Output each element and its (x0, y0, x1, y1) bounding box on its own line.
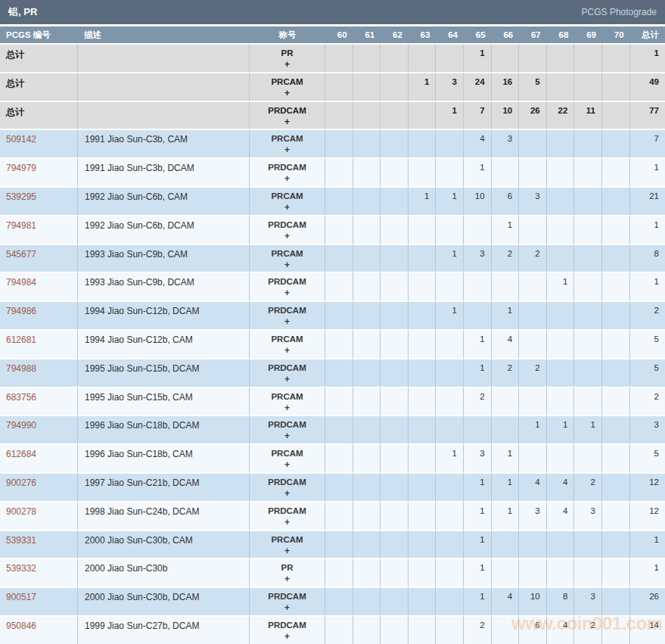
grade-count-cell: 1 (547, 272, 575, 300)
grade-count-cell (381, 472, 409, 501)
grade-count-cell (436, 415, 464, 443)
pcgs-number-link[interactable]: 539295 (6, 191, 36, 202)
pcgs-number-link[interactable]: 900278 (6, 506, 36, 517)
grade-count-cell: 1 (436, 101, 464, 129)
table-row: 7949791991 Jiao Sun-C3b, DCAMPRDCAM+11 (0, 157, 665, 186)
pcgs-number-link[interactable]: 545677 (6, 249, 36, 260)
grade-count-cell: 1 (547, 415, 575, 443)
grade-count-cell (602, 501, 630, 530)
grade-count-cell (409, 43, 437, 72)
pcgs-number-link[interactable]: 612681 (6, 334, 36, 345)
designation-cell: PRDCAM+ (250, 501, 325, 530)
table-row: 5091421991 Jiao Sun-C3b, CAMPRCAM+437 (0, 129, 665, 157)
pcgs-number-link[interactable]: 683756 (6, 392, 36, 403)
grade-count-cell (547, 558, 575, 586)
column-header-grade-70: 70 (602, 26, 630, 43)
row-total-cell: 5 (630, 358, 665, 387)
grade-count-cell: 4 (492, 586, 520, 615)
grade-count-cell (381, 415, 409, 443)
grade-count-cell (602, 101, 630, 129)
grade-count-cell (353, 244, 381, 272)
designation-label: PR (250, 563, 325, 572)
plus-designation-label: + (250, 260, 325, 270)
grade-count-cell (436, 129, 464, 157)
grade-count-cell: 16 (492, 72, 520, 101)
grade-count-cell (547, 300, 575, 329)
designation-label: PRCAM (250, 449, 325, 458)
grade-count-cell (325, 358, 353, 387)
grade-count-cell: 4 (519, 472, 547, 501)
grade-count-cell (547, 387, 575, 415)
grade-count-cell (353, 415, 381, 443)
grade-count-cell: 1 (464, 530, 492, 558)
grade-count-cell (602, 72, 630, 101)
pcgs-number-link[interactable]: 794990 (6, 420, 36, 431)
grade-count-cell (381, 157, 409, 186)
pcgs-number-link[interactable]: 539331 (6, 535, 36, 546)
pcgs-number-link[interactable]: 509142 (6, 134, 36, 145)
table-row: 9002781998 Jiao Sun-C24b, DCAMPRDCAM+113… (0, 501, 665, 530)
column-header-grade-69: 69 (574, 26, 602, 43)
grade-count-cell (602, 215, 630, 244)
grade-count-cell (409, 558, 437, 586)
pcgs-number-link[interactable]: 539332 (6, 563, 36, 574)
grade-count-cell (547, 329, 575, 358)
pcgs-number-link[interactable]: 794984 (6, 277, 36, 288)
plus-designation-label: + (250, 117, 325, 127)
grade-count-cell (519, 43, 547, 72)
grade-count-cell (519, 558, 547, 586)
grade-count-cell (602, 443, 630, 472)
designation-label: PR (250, 48, 325, 58)
column-header-grade-67: 67 (519, 26, 547, 43)
pcgs-number-cell: 900278 (0, 501, 78, 530)
grade-count-cell (602, 329, 630, 358)
coin-description-cell: 1995 Jiao Sun-C15b, DCAM (78, 358, 250, 387)
grade-count-cell (353, 329, 381, 358)
pcgs-number-link[interactable]: 612684 (6, 449, 36, 459)
pcgs-number-link[interactable]: 900517 (6, 592, 36, 602)
row-total-cell: 12 (630, 472, 665, 501)
population-table: PCGS 编号 描述 称号 6061626364656667686970总计 总… (0, 26, 665, 644)
row-total-cell: 5 (630, 329, 665, 358)
grade-count-cell (381, 186, 409, 215)
grade-count-cell (436, 43, 464, 72)
table-row: 5393322000 Jiao Sun-C30bPR+11 (0, 558, 665, 586)
grade-count-cell (574, 186, 602, 215)
pcgs-number-link[interactable]: 794981 (6, 220, 36, 231)
grade-count-cell (409, 387, 437, 415)
pcgs-number-link[interactable]: 950846 (6, 621, 36, 631)
photograde-link[interactable]: PCGS Photograde (582, 7, 657, 17)
coin-description-cell: 2000 Jiao Sun-C30b (78, 558, 250, 586)
plus-designation-label: + (250, 316, 325, 327)
row-total-cell: 2 (630, 387, 665, 415)
pcgs-number-link[interactable]: 794979 (6, 163, 36, 173)
grade-count-cell (574, 157, 602, 186)
designation-cell: PRCAM+ (250, 72, 325, 101)
designation-label: PRCAM (250, 249, 325, 258)
grade-count-cell (547, 129, 575, 157)
grade-count-cell (353, 615, 381, 644)
grade-count-cell (381, 129, 409, 157)
grade-count-cell (409, 329, 437, 358)
pcgs-number-link[interactable]: 794988 (6, 363, 36, 374)
pcgs-number-link[interactable]: 900276 (6, 478, 36, 488)
grade-count-cell: 1 (464, 43, 492, 72)
grade-count-cell (409, 244, 437, 272)
grade-count-cell (409, 415, 437, 443)
pcgs-number-cell: 539331 (0, 530, 78, 558)
grade-count-cell: 1 (519, 415, 547, 443)
table-row: 7949901996 Jiao Sun-C18b, DCAMPRDCAM+111… (0, 415, 665, 443)
grade-count-cell (574, 358, 602, 387)
grade-count-cell (574, 300, 602, 329)
grade-count-cell (519, 530, 547, 558)
column-header-grade-65: 65 (464, 26, 492, 43)
table-row: 6126841996 Jiao Sun-C18b, CAMPRCAM+1315 (0, 443, 665, 472)
grade-count-cell (547, 157, 575, 186)
coin-description-cell: 2000 Jiao Sun-C30b, DCAM (78, 586, 250, 615)
pcgs-number-link[interactable]: 794986 (6, 306, 36, 316)
plus-designation-label: + (250, 145, 325, 155)
grade-count-cell (409, 129, 437, 157)
designation-label: PRDCAM (250, 621, 325, 630)
summary-desc-cell (78, 43, 250, 72)
coin-description-cell: 1999 Jiao Sun-C27b, DCAM (78, 615, 250, 644)
